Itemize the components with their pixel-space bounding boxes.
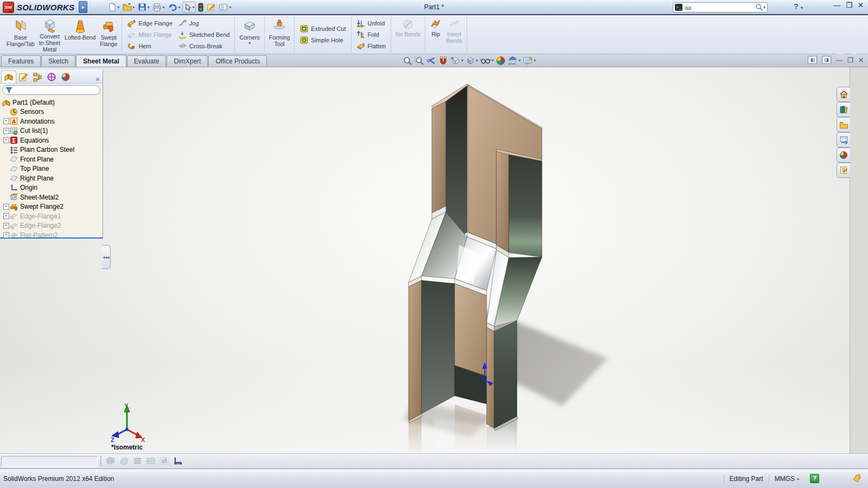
quick-tips-button[interactable]: ? [810, 474, 819, 483]
options-button[interactable]: ▾ [218, 2, 232, 12]
tree-item-sensors[interactable]: Sensors [0, 107, 103, 117]
units-selector[interactable]: MMGS ▴ [775, 475, 799, 483]
base-flange-button[interactable]: Base Flange/Tab [5, 17, 36, 52]
display-manager-tab[interactable] [59, 71, 73, 83]
print-dropdown[interactable]: ▾ [162, 5, 164, 10]
tree-item-top-plane[interactable]: Top Plane [0, 164, 103, 174]
tab-sheet-metal[interactable]: Sheet Metal [76, 55, 126, 67]
apply-scene-dropdown[interactable]: ▾ [519, 59, 521, 63]
zoom-to-fit-button[interactable] [403, 56, 412, 66]
section-view-button[interactable] [438, 56, 448, 66]
extruded-cut-button[interactable]: Extruded Cut [297, 23, 348, 34]
task-pane-file-explorer-button[interactable] [837, 117, 850, 132]
undo-dropdown[interactable]: ▾ [178, 5, 180, 10]
model-canvas[interactable] [0, 67, 868, 453]
save-button[interactable]: ▾ [137, 2, 150, 12]
sketched-bend-button[interactable]: Sketched Bend [176, 29, 232, 40]
document-minimize-button[interactable]: — [836, 56, 843, 64]
tree-item-flat-pattern2[interactable]: + Flat-Pattern2 [0, 230, 103, 240]
tree-item-part-root[interactable]: Part1 (Default) [0, 98, 103, 107]
options-dropdown[interactable]: ▾ [229, 5, 231, 10]
document-close-button[interactable]: ✕ [858, 56, 864, 64]
tree-item-material[interactable]: Plain Carbon Steel [0, 145, 103, 155]
minimize-button[interactable]: — [833, 1, 840, 9]
configuration-manager-tab[interactable] [30, 71, 44, 83]
print-button[interactable]: ▾ [151, 2, 165, 12]
hem-button[interactable]: Hem [125, 41, 174, 52]
select-tool-dropdown[interactable]: ▾ [192, 5, 194, 10]
tree-item-origin[interactable]: Origin [0, 183, 103, 193]
right-pane-toggle-icon[interactable]: ◨ [822, 56, 831, 64]
search-type-icon[interactable]: >_ [675, 4, 682, 11]
new-document-dropdown[interactable]: ▾ [117, 5, 119, 10]
panel-splitter-handle[interactable]: ◂◂◂ [102, 245, 111, 269]
edit-appearance-button[interactable] [496, 56, 506, 66]
jog-button[interactable]: Jog [176, 18, 232, 29]
close-button[interactable]: ✕ [858, 1, 864, 9]
tags-icon[interactable] [852, 474, 863, 483]
open-button[interactable]: ▾ [122, 2, 136, 12]
expand-toggle[interactable]: + [3, 137, 9, 143]
expand-toggle[interactable]: + [3, 118, 9, 124]
simple-hole-button[interactable]: Simple Hole [297, 35, 348, 46]
cross-break-button[interactable]: Cross-Break [176, 41, 232, 52]
expand-toggle[interactable]: + [3, 128, 9, 134]
save-dropdown[interactable]: ▾ [147, 5, 149, 10]
tree-item-sheet-metal2[interactable]: Sheet-Metal2 [0, 192, 103, 202]
tree-item-edge-flange2[interactable]: + Edge-Flange2 [0, 221, 103, 231]
task-pane-design-library-button[interactable] [837, 102, 850, 117]
toolbar-drag-handle[interactable] [100, 456, 101, 466]
graphics-viewport[interactable]: Y X Z *Isometric [0, 67, 868, 453]
hide-show-items-button[interactable]: ▾ [480, 56, 494, 66]
hide-show-items-dropdown[interactable]: ▾ [492, 59, 494, 63]
undo-button[interactable]: ▾ [167, 2, 181, 12]
corners-button[interactable]: Corners ▾ [238, 17, 261, 52]
tree-item-swept-flange2[interactable]: + Swept Flange2 [0, 202, 103, 212]
task-pane-custom-properties-button[interactable] [837, 163, 850, 178]
menu-flyout-arrow[interactable]: ▸ [79, 1, 87, 13]
task-pane-appearances-button[interactable] [837, 147, 850, 163]
expand-toggle[interactable]: + [3, 213, 9, 219]
tree-item-cut-list[interactable]: + Cut list(1) [0, 126, 103, 136]
property-manager-tab[interactable] [16, 71, 30, 83]
zoom-to-area-button[interactable] [414, 56, 424, 66]
tree-item-front-plane[interactable]: Front Plane [0, 155, 103, 164]
new-document-button[interactable]: ▾ [107, 2, 120, 12]
convert-to-sheet-metal-button[interactable]: Convert to Sheet Metal [37, 17, 62, 52]
view-settings-button[interactable]: ▾ [523, 56, 536, 66]
task-pane-resources-button[interactable] [837, 87, 850, 102]
tree-item-right-plane[interactable]: Right Plane [0, 174, 103, 183]
tab-sketch[interactable]: Sketch [41, 55, 75, 67]
tree-area-scroll-track[interactable] [1, 456, 98, 467]
unfold-button[interactable]: Unfold [354, 18, 388, 29]
search-input[interactable] [682, 4, 755, 11]
tab-dimxpert[interactable]: DimXpert [167, 55, 208, 67]
rip-button[interactable]: Rip [428, 17, 443, 52]
display-style-button[interactable]: ▾ [465, 56, 478, 66]
forming-tool-button[interactable]: Forming Tool [267, 17, 292, 52]
tree-item-annotations[interactable]: + A Annotations [0, 117, 103, 126]
apply-scene-button[interactable]: ▾ [508, 56, 521, 66]
document-restore-button[interactable]: ❐ [847, 56, 853, 64]
tree-filter-input[interactable] [2, 85, 100, 95]
view-settings-dropdown[interactable]: ▾ [534, 59, 536, 63]
open-dropdown[interactable]: ▾ [132, 5, 135, 10]
panel-expand-chevron[interactable]: » [95, 75, 101, 83]
select-tool-button[interactable]: ▾ [182, 2, 196, 13]
tree-item-edge-flange1[interactable]: + Edge-Flange1 [0, 211, 103, 221]
display-style-dropdown[interactable]: ▾ [476, 59, 478, 63]
view-orientation-dropdown[interactable]: ▾ [461, 59, 463, 63]
featuremanager-tree-tab[interactable] [1, 70, 16, 83]
tab-office-products[interactable]: Office Products [208, 55, 267, 67]
previous-view-button[interactable] [426, 56, 436, 66]
help-button[interactable]: ? ▾ [794, 2, 803, 11]
dimxpert-manager-tab[interactable] [44, 71, 59, 83]
expand-toggle[interactable]: + [3, 232, 9, 238]
flatten-button[interactable]: Flatten [354, 41, 388, 52]
expand-toggle[interactable]: + [3, 223, 9, 229]
tab-features[interactable]: Features [1, 55, 41, 67]
corners-dropdown[interactable]: ▾ [248, 41, 251, 46]
search-icon[interactable] [755, 3, 763, 11]
tree-item-equations[interactable]: + Σ Equations [0, 136, 103, 145]
tab-evaluate[interactable]: Evaluate [127, 55, 167, 67]
